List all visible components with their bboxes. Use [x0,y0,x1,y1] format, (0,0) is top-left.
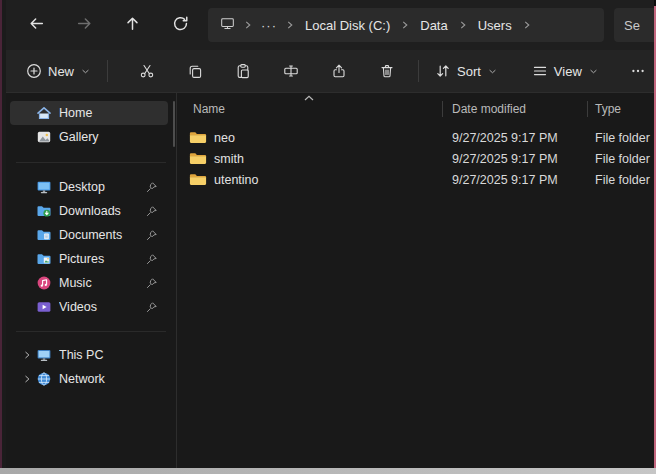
documents-icon [36,227,52,243]
sidebar-item-home[interactable]: Home [10,101,168,125]
chevron-slot [18,275,36,291]
sidebar-item-label: Network [59,372,162,386]
breadcrumb-item-users[interactable]: Users [471,13,519,38]
see-more-icon [630,63,646,79]
breadcrumb-collapsed-button[interactable]: ··· [256,13,282,38]
sidebar-item-pictures[interactable]: Pictures [10,247,168,271]
sidebar-item-videos[interactable]: Videos [10,295,168,319]
this-pc-monitor-icon [220,16,235,34]
column-header-name[interactable]: Name [177,93,442,125]
file-row-utentino[interactable]: utentino 9/27/2025 9:17 PM File folder [177,169,654,190]
search-input[interactable]: Se [614,8,654,42]
chevron-right-icon[interactable] [520,18,534,32]
forward-icon [76,15,93,35]
paste-icon [235,63,251,79]
refresh-icon [172,15,189,35]
sidebar-item-documents[interactable]: Documents [10,223,168,247]
sort-button[interactable]: Sort [427,55,506,87]
screen: ··· Local Disk (C:) Data Users Se New [0,0,656,474]
chevron-right-icon[interactable] [456,18,470,32]
breadcrumb-item-local-disk[interactable]: Local Disk (C:) [298,13,397,38]
column-header-type[interactable]: Type [587,93,654,125]
file-date-modified: 9/27/2025 9:17 PM [442,127,587,148]
sidebar-item-label: Documents [59,228,145,242]
sort-ascending-icon [303,94,315,102]
back-icon [28,15,45,35]
sidebar-item-label: Gallery [59,130,162,144]
sidebar-item-this-pc[interactable]: This PC [10,343,168,367]
new-button[interactable]: New [18,55,99,87]
search-text: Se [624,18,640,33]
chevron-slot [18,227,36,243]
pin-icon [145,277,158,290]
pin-icon [145,253,158,266]
file-type: File folder [587,169,654,190]
up-icon [124,15,141,35]
sidebar-item-music[interactable]: Music [10,271,168,295]
view-button[interactable]: View [524,55,607,87]
rename-button[interactable] [274,55,308,87]
pictures-icon [36,251,52,267]
sidebar-item-label: Music [59,276,145,290]
forward-button[interactable] [66,7,102,43]
chevron-down-icon [588,66,599,77]
copy-icon [187,63,203,79]
sidebar-scrollbar-thumb[interactable] [173,101,175,147]
chevron-right-icon[interactable] [241,18,255,32]
music-icon [36,275,52,291]
cut-button[interactable] [130,55,164,87]
chevron-right-icon[interactable] [283,18,297,32]
file-explorer-window: ··· Local Disk (C:) Data Users Se New [6,0,654,468]
refresh-button[interactable] [162,7,198,43]
chevron-slot [18,299,36,315]
file-name: smith [214,152,244,166]
gallery-icon [36,129,52,145]
new-button-label: New [48,64,74,79]
sort-button-label: Sort [457,64,481,79]
home-icon [36,105,52,121]
file-row-smith[interactable]: smith 9/27/2025 9:17 PM File folder [177,148,654,169]
chevron-down-icon [80,66,91,77]
pin-icon [145,205,158,218]
videos-icon [36,299,52,315]
view-icon [532,63,548,79]
see-more-button[interactable] [621,55,654,87]
navigation-sidebar: Home Gallery Desktop Downloa [6,93,176,468]
sidebar-item-gallery[interactable]: Gallery [10,125,168,149]
sidebar-item-downloads[interactable]: Downloads [10,199,168,223]
sidebar-item-label: Pictures [59,252,145,266]
sidebar-item-desktop[interactable]: Desktop [10,175,168,199]
new-plus-icon [26,63,42,79]
delete-icon [379,63,395,79]
file-date-modified: 9/27/2025 9:17 PM [442,148,587,169]
sidebar-divider [16,331,166,332]
delete-button[interactable] [370,55,404,87]
breadcrumb-item-data[interactable]: Data [413,13,454,38]
file-name: utentino [214,173,258,187]
folder-icon [189,172,207,187]
paste-button[interactable] [226,55,260,87]
file-row-neo[interactable]: neo 9/27/2025 9:17 PM File folder [177,127,654,148]
share-button[interactable] [322,55,356,87]
pin-icon [145,181,158,194]
share-icon [331,63,347,79]
background-window-bottom-edge [0,468,656,474]
back-button[interactable] [18,7,54,43]
chevron-slot [18,179,36,195]
chevron-slot [18,105,36,121]
pin-icon [145,229,158,242]
window-body: Home Gallery Desktop Downloa [6,92,654,468]
chevron-right-icon[interactable] [18,371,36,387]
sidebar-item-label: Downloads [59,204,145,218]
column-header-date-modified[interactable]: Date modified [442,93,587,125]
rename-icon [283,63,299,79]
chevron-right-icon[interactable] [18,347,36,363]
sidebar-item-network[interactable]: Network [10,367,168,391]
up-button[interactable] [114,7,150,43]
copy-button[interactable] [178,55,212,87]
sidebar-item-label: This PC [59,348,162,362]
toolbar-separator [418,60,419,82]
breadcrumb-this-pc-button[interactable] [214,12,240,38]
file-list-header: Name Date modified Type [177,93,654,125]
chevron-right-icon[interactable] [398,18,412,32]
